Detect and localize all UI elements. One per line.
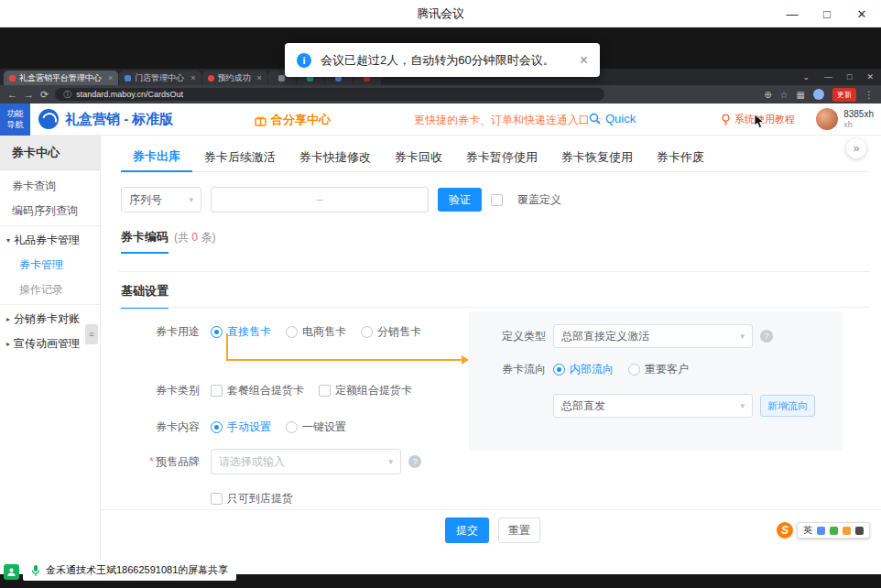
promo-link[interactable]: 更快捷的券卡、订单和快递连通入口 ☞ bbox=[414, 113, 604, 128]
browser-maximize-icon[interactable]: □ bbox=[840, 72, 859, 82]
share-indicator[interactable]: 金禾通技术王斌18662591081的屏幕共享 bbox=[23, 560, 236, 581]
card-category-label: 券卡类别 bbox=[110, 383, 200, 398]
tab-close-icon[interactable]: × bbox=[190, 73, 195, 82]
ime-mode-toggle[interactable]: 英 bbox=[803, 524, 812, 537]
tab-close-icon[interactable]: × bbox=[257, 73, 262, 82]
ime-tool-icon[interactable] bbox=[843, 527, 851, 535]
browser-minimize-icon[interactable]: — bbox=[817, 72, 840, 82]
browser-tab-2[interactable]: 门店管理中心 × bbox=[119, 71, 201, 85]
serial-type-select[interactable]: 序列号 ▾ bbox=[121, 187, 201, 212]
tab-card-resume[interactable]: 券卡恢复使用 bbox=[549, 143, 645, 172]
add-flow-button[interactable]: 新增流向 bbox=[760, 395, 815, 417]
info-icon[interactable]: ? bbox=[760, 330, 773, 343]
checkbox-icon[interactable] bbox=[211, 493, 223, 505]
usage-option-ecommerce[interactable]: 电商售卡 bbox=[286, 324, 346, 340]
close-button[interactable]: ✕ bbox=[844, 0, 879, 27]
checkbox-icon[interactable] bbox=[319, 385, 331, 397]
flow-select[interactable]: 总部直发 ▾ bbox=[553, 394, 753, 418]
reset-button[interactable]: 重置 bbox=[498, 517, 540, 543]
tabstrip-controls: ⌄ — □ ✕ bbox=[795, 69, 881, 85]
basic-settings-title[interactable]: 基础设置 bbox=[121, 283, 169, 309]
mouse-cursor bbox=[754, 114, 765, 133]
share-center-label: 合分享中心 bbox=[271, 112, 331, 128]
sidebar-item-code-query[interactable]: 编码序列查询 bbox=[0, 199, 100, 223]
meeting-toast: i 会议已超过2人，自动转为60分钟限时会议。 × bbox=[285, 43, 600, 77]
sidebar-item-card-query[interactable]: 券卡查询 bbox=[0, 174, 100, 199]
bookmark-star-icon[interactable]: ☆ bbox=[780, 90, 789, 100]
flow-option-vip[interactable]: 重要客户 bbox=[628, 362, 689, 377]
radio-icon[interactable] bbox=[628, 364, 640, 376]
card-usage-label: 券卡用途 bbox=[110, 324, 200, 340]
verify-button[interactable]: 验证 bbox=[438, 188, 482, 212]
zoom-icon[interactable]: ⊕ bbox=[764, 90, 771, 100]
sidebar-item-op-log[interactable]: 操作记录 bbox=[0, 278, 100, 302]
sidebar-group-gift-cards[interactable]: ▾ 礼品券卡管理 bbox=[0, 228, 100, 253]
override-label: 覆盖定义 bbox=[517, 192, 561, 208]
function-nav-toggle[interactable]: 功能 导航 bbox=[0, 103, 30, 136]
meeting-titlebar: 腾讯会议 — □ ✕ bbox=[0, 0, 881, 27]
info-icon[interactable]: ? bbox=[408, 455, 421, 468]
tab-card-out[interactable]: 券卡出库 bbox=[121, 143, 192, 172]
tab-card-recycle[interactable]: 券卡回收 bbox=[383, 143, 454, 172]
serial-range-input[interactable] bbox=[211, 187, 429, 212]
browser-menu-icon[interactable]: ⋮ bbox=[865, 90, 874, 100]
url-field[interactable]: ⓘ standard.maboy.cn/CardsOut bbox=[55, 88, 604, 101]
presale-brand-label: *预售品牌 bbox=[110, 454, 200, 470]
radio-icon[interactable] bbox=[361, 326, 373, 338]
radio-icon[interactable] bbox=[286, 421, 298, 433]
site-info-icon[interactable]: ⓘ bbox=[63, 91, 71, 99]
tab-card-activate[interactable]: 券卡后续激活 bbox=[192, 143, 288, 172]
ime-tool-icon[interactable] bbox=[855, 527, 864, 535]
presale-brand-select[interactable]: 请选择或输入 ▾ bbox=[211, 449, 401, 474]
radio-on-icon[interactable] bbox=[211, 326, 223, 338]
maximize-button[interactable]: □ bbox=[810, 0, 844, 27]
tab-card-void[interactable]: 券卡作废 bbox=[645, 143, 716, 172]
back-icon[interactable]: ← bbox=[7, 90, 17, 100]
toast-close-icon[interactable]: × bbox=[580, 53, 588, 68]
apps-grid-icon[interactable]: ▦ bbox=[797, 90, 805, 100]
content-option-manual[interactable]: 手动设置 bbox=[211, 419, 271, 435]
ime-logo-icon[interactable]: S bbox=[777, 522, 793, 539]
tab-card-pause[interactable]: 券卡暂停使用 bbox=[454, 143, 549, 172]
flow-option-internal[interactable]: 内部流向 bbox=[553, 362, 614, 377]
override-checkbox[interactable] bbox=[491, 194, 503, 206]
serial-type-value: 序列号 bbox=[129, 192, 162, 208]
checkbox-icon[interactable] bbox=[211, 385, 223, 397]
refresh-icon[interactable]: ⟳ bbox=[40, 90, 49, 100]
ime-tool-icon[interactable] bbox=[830, 527, 838, 535]
pickup-only-option[interactable]: 只可到店提货 bbox=[211, 491, 293, 506]
pickup-only-row: 只可到店提货 bbox=[110, 489, 308, 507]
browser-tab-3[interactable]: 预约成功 × bbox=[202, 71, 267, 85]
radio-icon[interactable] bbox=[286, 326, 298, 338]
presale-brand-placeholder: 请选择或输入 bbox=[219, 454, 285, 470]
browser-profile-avatar[interactable] bbox=[813, 89, 824, 100]
browser-tab-1[interactable]: 礼盒营销平台管理中心 × bbox=[4, 71, 118, 85]
sidebar-collapse-handle[interactable]: ≡ bbox=[85, 324, 98, 344]
category-option-fixed[interactable]: 定额组合提货卡 bbox=[319, 383, 412, 398]
content-option-onekey[interactable]: 一键设置 bbox=[286, 419, 346, 435]
usage-option-distribution[interactable]: 分销售卡 bbox=[361, 324, 421, 340]
card-codes-count: (共 0 条) bbox=[174, 230, 215, 245]
tab-search-icon[interactable]: ⌄ bbox=[795, 72, 817, 82]
quick-search[interactable]: Quick bbox=[589, 112, 636, 125]
usage-option-direct[interactable]: 直接售卡 bbox=[211, 324, 271, 340]
category-option-combo[interactable]: 套餐组合提货卡 bbox=[211, 383, 304, 398]
panel-collapse-button[interactable]: » bbox=[846, 138, 866, 158]
radio-on-icon[interactable] bbox=[553, 364, 565, 376]
define-type-select[interactable]: 总部直接定义激活 ▾ bbox=[553, 324, 753, 348]
tab-card-quick-edit[interactable]: 券卡快捷修改 bbox=[288, 143, 383, 172]
ime-tool-icon[interactable] bbox=[817, 527, 825, 535]
forward-icon[interactable]: → bbox=[24, 90, 34, 100]
share-center-link[interactable]: 合分享中心 bbox=[255, 112, 331, 128]
tab-close-icon[interactable]: × bbox=[108, 73, 113, 82]
minimize-button[interactable]: — bbox=[775, 0, 810, 27]
submit-button[interactable]: 提交 bbox=[445, 517, 489, 543]
radio-on-icon[interactable] bbox=[211, 421, 223, 433]
sidebar-item-card-manage[interactable]: 券卡管理 bbox=[0, 253, 100, 278]
browser-close-icon[interactable]: ✕ bbox=[859, 72, 881, 82]
share-text: 金禾通技术王斌18662591081的屏幕共享 bbox=[46, 563, 228, 577]
username-sub: xh bbox=[843, 120, 874, 130]
user-menu[interactable]: 8385xh xh bbox=[816, 108, 874, 130]
meeting-app-icon[interactable] bbox=[4, 564, 19, 580]
update-badge[interactable]: 更新 bbox=[832, 88, 856, 102]
